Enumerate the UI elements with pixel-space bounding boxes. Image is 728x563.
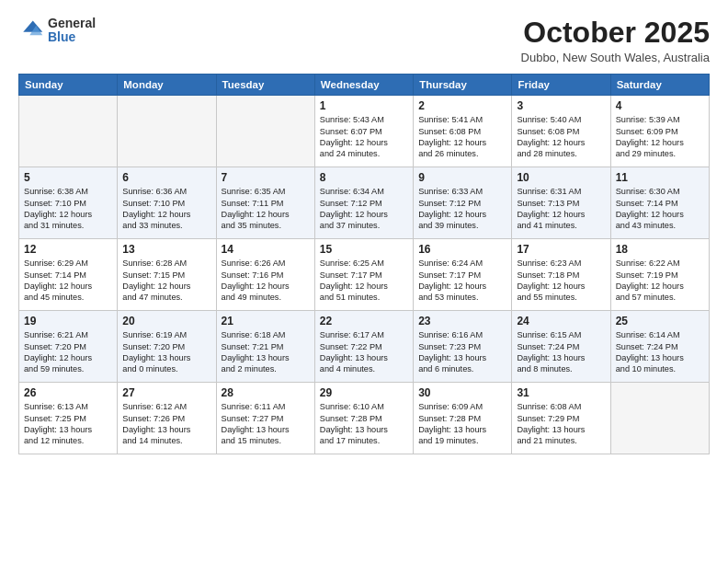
calendar-cell [19, 96, 118, 167]
day-number: 31 [517, 386, 605, 399]
day-info: Sunrise: 6:24 AM Sunset: 7:17 PM Dayligh… [418, 258, 506, 304]
calendar-cell: 24Sunrise: 6:15 AM Sunset: 7:24 PM Dayli… [512, 311, 610, 383]
calendar-week-row: 1Sunrise: 5:43 AM Sunset: 6:07 PM Daylig… [19, 96, 710, 167]
svg-marker-0 [23, 21, 42, 32]
day-number: 15 [320, 243, 408, 256]
day-info: Sunrise: 5:41 AM Sunset: 6:08 PM Dayligh… [418, 114, 506, 160]
day-info: Sunrise: 6:17 AM Sunset: 7:22 PM Dayligh… [320, 329, 408, 375]
calendar-cell: 7Sunrise: 6:35 AM Sunset: 7:11 PM Daylig… [216, 167, 314, 239]
calendar-cell: 11Sunrise: 6:30 AM Sunset: 7:14 PM Dayli… [610, 167, 709, 239]
calendar-week-row: 19Sunrise: 6:21 AM Sunset: 7:20 PM Dayli… [19, 311, 710, 383]
day-number: 24 [517, 315, 605, 327]
calendar-cell: 6Sunrise: 6:36 AM Sunset: 7:10 PM Daylig… [118, 167, 216, 239]
calendar-cell [118, 96, 216, 167]
day-number: 27 [122, 386, 210, 399]
calendar-cell: 22Sunrise: 6:17 AM Sunset: 7:22 PM Dayli… [314, 311, 413, 383]
calendar-cell: 25Sunrise: 6:14 AM Sunset: 7:24 PM Dayli… [610, 311, 709, 383]
day-info: Sunrise: 6:31 AM Sunset: 7:13 PM Dayligh… [517, 186, 605, 232]
logo-general-text: General [48, 17, 96, 30]
day-number: 18 [616, 243, 704, 256]
day-number: 25 [616, 315, 704, 327]
day-number: 23 [418, 315, 506, 327]
col-friday: Friday [512, 75, 610, 96]
calendar-cell: 16Sunrise: 6:24 AM Sunset: 7:17 PM Dayli… [414, 239, 512, 311]
day-number: 7 [222, 171, 310, 184]
col-monday: Monday [118, 75, 216, 96]
day-info: Sunrise: 6:08 AM Sunset: 7:29 PM Dayligh… [517, 401, 605, 447]
day-info: Sunrise: 6:18 AM Sunset: 7:21 PM Dayligh… [222, 329, 310, 375]
day-number: 30 [418, 386, 506, 399]
calendar-cell: 14Sunrise: 6:26 AM Sunset: 7:16 PM Dayli… [216, 239, 314, 311]
header: General Blue October 2025 Dubbo, New Sou… [18, 17, 710, 64]
day-info: Sunrise: 6:16 AM Sunset: 7:23 PM Dayligh… [418, 329, 506, 375]
calendar-cell: 10Sunrise: 6:31 AM Sunset: 7:13 PM Dayli… [512, 167, 610, 239]
day-number: 10 [517, 171, 605, 184]
day-info: Sunrise: 5:39 AM Sunset: 6:09 PM Dayligh… [616, 114, 704, 160]
calendar-cell: 3Sunrise: 5:40 AM Sunset: 6:08 PM Daylig… [512, 96, 610, 167]
day-number: 28 [222, 386, 310, 399]
logo: General Blue [18, 17, 96, 45]
day-number: 12 [24, 243, 112, 256]
day-number: 17 [517, 243, 605, 256]
calendar-cell: 21Sunrise: 6:18 AM Sunset: 7:21 PM Dayli… [216, 311, 314, 383]
day-info: Sunrise: 5:40 AM Sunset: 6:08 PM Dayligh… [517, 114, 605, 160]
day-info: Sunrise: 6:38 AM Sunset: 7:10 PM Dayligh… [24, 186, 112, 232]
month-title: October 2025 [521, 17, 710, 49]
location: Dubbo, New South Wales, Australia [521, 51, 710, 64]
day-number: 2 [418, 99, 506, 112]
col-wednesday: Wednesday [314, 75, 413, 96]
day-number: 9 [418, 171, 506, 184]
day-number: 14 [222, 243, 310, 256]
calendar-cell: 30Sunrise: 6:09 AM Sunset: 7:28 PM Dayli… [414, 383, 512, 454]
day-number: 20 [122, 315, 210, 327]
day-info: Sunrise: 6:34 AM Sunset: 7:12 PM Dayligh… [320, 186, 408, 232]
col-tuesday: Tuesday [216, 75, 314, 96]
page: General Blue October 2025 Dubbo, New Sou… [0, 0, 728, 563]
calendar-cell: 4Sunrise: 5:39 AM Sunset: 6:09 PM Daylig… [610, 96, 709, 167]
calendar-cell: 19Sunrise: 6:21 AM Sunset: 7:20 PM Dayli… [19, 311, 118, 383]
day-number: 29 [320, 386, 408, 399]
day-number: 6 [122, 171, 210, 184]
calendar-week-row: 5Sunrise: 6:38 AM Sunset: 7:10 PM Daylig… [19, 167, 710, 239]
day-number: 5 [24, 171, 112, 184]
calendar-cell: 26Sunrise: 6:13 AM Sunset: 7:25 PM Dayli… [19, 383, 118, 454]
day-info: Sunrise: 6:12 AM Sunset: 7:26 PM Dayligh… [122, 401, 210, 447]
calendar-header-row: Sunday Monday Tuesday Wednesday Thursday… [19, 75, 710, 96]
calendar-table: Sunday Monday Tuesday Wednesday Thursday… [18, 74, 710, 454]
calendar-cell: 8Sunrise: 6:34 AM Sunset: 7:12 PM Daylig… [314, 167, 413, 239]
day-info: Sunrise: 6:19 AM Sunset: 7:20 PM Dayligh… [122, 329, 210, 375]
day-number: 21 [222, 315, 310, 327]
col-saturday: Saturday [610, 75, 709, 96]
day-info: Sunrise: 6:30 AM Sunset: 7:14 PM Dayligh… [616, 186, 704, 232]
calendar-cell: 31Sunrise: 6:08 AM Sunset: 7:29 PM Dayli… [512, 383, 610, 454]
day-number: 11 [616, 171, 704, 184]
day-info: Sunrise: 6:28 AM Sunset: 7:15 PM Dayligh… [122, 258, 210, 304]
day-number: 4 [616, 99, 704, 112]
day-info: Sunrise: 6:11 AM Sunset: 7:27 PM Dayligh… [222, 401, 310, 447]
col-sunday: Sunday [19, 75, 118, 96]
calendar-week-row: 12Sunrise: 6:29 AM Sunset: 7:14 PM Dayli… [19, 239, 710, 311]
calendar-cell: 12Sunrise: 6:29 AM Sunset: 7:14 PM Dayli… [19, 239, 118, 311]
calendar-cell: 17Sunrise: 6:23 AM Sunset: 7:18 PM Dayli… [512, 239, 610, 311]
logo-icon [18, 17, 44, 43]
day-info: Sunrise: 6:21 AM Sunset: 7:20 PM Dayligh… [24, 329, 112, 375]
logo-blue-text: Blue [48, 30, 96, 44]
day-info: Sunrise: 6:23 AM Sunset: 7:18 PM Dayligh… [517, 258, 605, 304]
day-info: Sunrise: 6:10 AM Sunset: 7:28 PM Dayligh… [320, 401, 408, 447]
day-number: 13 [122, 243, 210, 256]
day-number: 1 [320, 99, 408, 112]
calendar-cell: 5Sunrise: 6:38 AM Sunset: 7:10 PM Daylig… [19, 167, 118, 239]
day-info: Sunrise: 6:15 AM Sunset: 7:24 PM Dayligh… [517, 329, 605, 375]
day-info: Sunrise: 6:13 AM Sunset: 7:25 PM Dayligh… [24, 401, 112, 447]
calendar-cell: 27Sunrise: 6:12 AM Sunset: 7:26 PM Dayli… [118, 383, 216, 454]
calendar-cell [610, 383, 709, 454]
day-info: Sunrise: 6:26 AM Sunset: 7:16 PM Dayligh… [222, 258, 310, 304]
calendar-cell: 23Sunrise: 6:16 AM Sunset: 7:23 PM Dayli… [414, 311, 512, 383]
title-block: October 2025 Dubbo, New South Wales, Aus… [521, 17, 710, 64]
day-number: 8 [320, 171, 408, 184]
calendar-week-row: 26Sunrise: 6:13 AM Sunset: 7:25 PM Dayli… [19, 383, 710, 454]
day-info: Sunrise: 6:25 AM Sunset: 7:17 PM Dayligh… [320, 258, 408, 304]
calendar-cell: 1Sunrise: 5:43 AM Sunset: 6:07 PM Daylig… [314, 96, 413, 167]
calendar-cell: 15Sunrise: 6:25 AM Sunset: 7:17 PM Dayli… [314, 239, 413, 311]
calendar-cell: 29Sunrise: 6:10 AM Sunset: 7:28 PM Dayli… [314, 383, 413, 454]
